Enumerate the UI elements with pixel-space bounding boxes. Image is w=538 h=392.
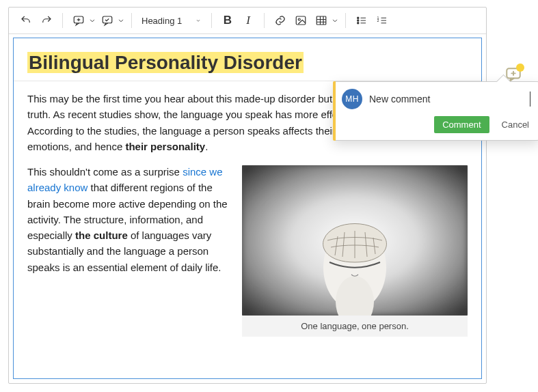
- add-comment-button[interactable]: [68, 10, 89, 31]
- figure[interactable]: One language, one person.: [242, 165, 468, 337]
- comment-submit-button[interactable]: Comment: [434, 116, 489, 133]
- image-button[interactable]: [291, 10, 311, 31]
- svg-point-5: [358, 17, 359, 18]
- separator: [345, 13, 346, 28]
- comment-popover: MH Comment Cancel: [333, 81, 538, 141]
- comment-input[interactable]: [369, 92, 530, 107]
- separator: [211, 13, 212, 28]
- chevron-down-icon[interactable]: [116, 16, 126, 25]
- selected-text: Bilingual Personality Disorder: [27, 52, 304, 73]
- heading-select[interactable]: Heading 1: [137, 11, 206, 30]
- redo-button[interactable]: [36, 10, 57, 31]
- svg-point-6: [358, 20, 359, 21]
- chevron-down-icon[interactable]: [330, 16, 340, 25]
- accent-bar: [333, 81, 336, 141]
- link-button[interactable]: [270, 10, 291, 31]
- avatar: MH: [342, 89, 362, 109]
- undo-button[interactable]: [16, 10, 36, 31]
- svg-rect-4: [317, 16, 326, 25]
- toolbar: Heading 1 B I: [9, 8, 486, 34]
- chevron-down-icon[interactable]: [88, 16, 97, 25]
- bulleted-list-button[interactable]: [351, 10, 372, 31]
- separator: [131, 13, 132, 28]
- heading-label: Heading 1: [142, 16, 182, 26]
- cancel-button[interactable]: Cancel: [500, 117, 530, 132]
- numbered-list-button[interactable]: 12: [372, 10, 392, 31]
- figure-caption: One language, one person.: [242, 316, 468, 337]
- page-title[interactable]: Bilingual Personality Disorder: [27, 52, 468, 74]
- separator: [264, 13, 265, 28]
- notification-badge: [516, 64, 524, 72]
- track-changes-button[interactable]: [97, 10, 118, 31]
- bold-button[interactable]: B: [217, 10, 238, 31]
- svg-point-7: [358, 23, 359, 24]
- chevron-down-icon: [195, 17, 202, 24]
- svg-text:2: 2: [377, 18, 379, 23]
- italic-button[interactable]: I: [238, 10, 258, 31]
- svg-rect-2: [296, 16, 306, 25]
- separator: [62, 13, 63, 28]
- editor-container: Heading 1 B I: [8, 7, 487, 384]
- table-button[interactable]: [311, 10, 332, 31]
- svg-point-3: [298, 18, 300, 20]
- figure-image: [242, 165, 468, 316]
